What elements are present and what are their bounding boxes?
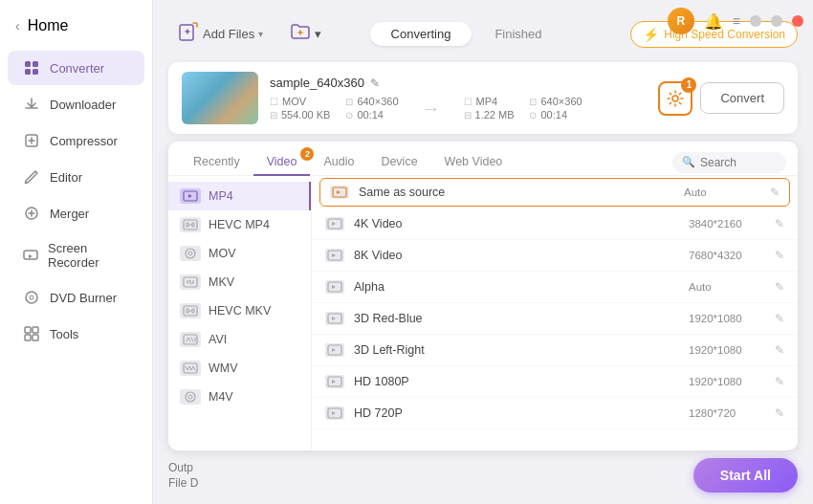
sidebar-item-screen-recorder[interactable]: Screen Recorder <box>8 232 144 278</box>
svg-point-17 <box>186 249 195 258</box>
size-icon: ⊟ <box>270 110 277 121</box>
quality-edit-8k[interactable]: ✎ <box>775 249 784 262</box>
svg-point-18 <box>188 252 192 255</box>
filename-row: sample_640x360 ✎ <box>270 76 647 90</box>
search-icon: 🔍 <box>682 156 695 168</box>
conversion-card: sample_640x360 ✎ ☐ MOV ⊟ 554.00 KB <box>168 62 798 134</box>
format-item-mp4[interactable]: MP4 <box>168 182 311 210</box>
tab-recently[interactable]: Recently <box>180 149 253 176</box>
svg-point-7 <box>26 292 37 303</box>
sidebar-item-label-dvd-burner: DVD Burner <box>50 291 117 305</box>
quality-item-3d-left-right[interactable]: 3D Left-Right 1920*1080 ✎ <box>312 335 798 366</box>
maximize-button[interactable] <box>771 15 782 27</box>
quality-item-hd-1080p[interactable]: HD 1080P 1920*1080 ✎ <box>312 366 798 398</box>
quality-icon-3d-left-right <box>325 343 344 357</box>
add-files-arrow: ▾ <box>258 29 263 39</box>
format-icon: ☐ <box>270 97 278 107</box>
add-folder-button[interactable]: ▾ <box>280 15 331 53</box>
menu-icon[interactable]: ≡ <box>733 13 740 29</box>
format-item-wmv[interactable]: WMV <box>168 354 311 383</box>
start-all-button[interactable]: Start All <box>693 458 798 493</box>
sidebar-item-editor[interactable]: Editor <box>8 160 144 194</box>
format-item-mov[interactable]: MOV <box>168 239 311 268</box>
editor-icon <box>23 168 40 186</box>
avatar[interactable]: R <box>668 8 694 34</box>
quality-icon-4k <box>325 217 344 230</box>
filename-edit-icon[interactable]: ✎ <box>370 77 380 90</box>
sidebar-item-merger[interactable]: Merger <box>8 196 144 230</box>
sidebar-item-compressor[interactable]: Compressor <box>8 123 144 158</box>
tab-finished[interactable]: Finished <box>473 22 562 46</box>
quality-edit-same[interactable]: ✎ <box>770 186 780 199</box>
sidebar-back-label: Home <box>28 17 69 34</box>
format-item-avi[interactable]: AVI <box>168 325 311 354</box>
quality-res-hd-1080p: 1920*1080 <box>689 376 765 387</box>
quality-item-hd-720p[interactable]: HD 720P 1280*720 ✎ <box>312 398 798 429</box>
format-icon-avi <box>180 332 201 347</box>
sidebar-item-tools[interactable]: Tools <box>8 317 144 351</box>
format-item-hevc-mp4[interactable]: HEVC MP4 <box>168 210 311 239</box>
notification-icon[interactable]: 🔔 <box>704 12 723 31</box>
bottom-bar: Outp File D Start All <box>168 450 798 493</box>
tab-converting[interactable]: Converting <box>370 22 472 46</box>
minimize-button[interactable] <box>750 15 761 27</box>
sidebar-item-label-merger: Merger <box>50 207 89 221</box>
sidebar-item-converter[interactable]: Converter <box>8 51 144 85</box>
sidebar-back[interactable]: ‹ Home <box>0 10 152 50</box>
search-input[interactable] <box>700 156 777 169</box>
merger-icon <box>23 205 40 222</box>
quality-edit-alpha[interactable]: ✎ <box>775 280 784 294</box>
svg-rect-2 <box>25 69 31 75</box>
add-files-icon <box>178 21 199 47</box>
tab-audio[interactable]: Audio <box>310 149 367 176</box>
format-item-m4v[interactable]: M4V <box>168 383 311 411</box>
format-label-mov: MOV <box>209 247 235 260</box>
quality-res-hd-720p: 1280*720 <box>689 407 765 419</box>
target-dur-icon: ⊙ <box>529 110 537 121</box>
window-controls: R 🔔 ≡ <box>668 8 803 34</box>
add-files-button[interactable]: Add Files ▾ <box>168 15 273 53</box>
quality-item-same-as-source[interactable]: Same as source Auto ✎ <box>319 178 790 207</box>
quality-item-4k[interactable]: 4K Video 3840*2160 ✎ <box>312 208 798 240</box>
tab-web-video[interactable]: Web Video <box>431 149 516 176</box>
sidebar-item-dvd-burner[interactable]: DVD Burner <box>8 280 144 315</box>
target-size: 1.22 MB <box>475 109 515 121</box>
format-label-avi: AVI <box>209 333 227 346</box>
tab-video[interactable]: Video 2 <box>253 149 311 176</box>
quality-item-alpha[interactable]: Alpha Auto ✎ <box>312 272 798 303</box>
target-dur-row: ⊙ 00:14 <box>529 109 582 121</box>
settings-button[interactable]: 1 <box>658 81 692 116</box>
sidebar-item-downloader[interactable]: Downloader <box>8 87 144 121</box>
sidebar-item-label-downloader: Downloader <box>50 98 116 112</box>
quality-icon-alpha <box>325 280 344 294</box>
source-resolution: 640×360 <box>357 96 398 107</box>
conversion-meta: ☐ MOV ⊟ 554.00 KB ⊡ 640×360 ⊙ 00 <box>270 96 647 121</box>
quality-res-3d-left-right: 1920*1080 <box>689 344 765 356</box>
format-item-hevc-mkv[interactable]: HEVC MKV <box>168 296 311 325</box>
tab-switcher: Converting Finished <box>368 20 565 48</box>
quality-edit-4k[interactable]: ✎ <box>775 217 784 230</box>
quality-edit-3d-red-blue[interactable]: ✎ <box>775 312 784 325</box>
format-item-mkv[interactable]: MKV <box>168 268 311 296</box>
close-button[interactable] <box>792 15 803 27</box>
quality-res-3d-red-blue: 1920*1080 <box>689 313 765 324</box>
sidebar-item-label-compressor: Compressor <box>50 134 118 148</box>
add-folder-arrow: ▾ <box>315 27 321 41</box>
quality-name-hd-1080p: HD 1080P <box>354 375 679 388</box>
format-icon-m4v <box>180 389 201 405</box>
format-icon-hevc-mp4 <box>180 217 201 232</box>
quality-edit-hd-1080p[interactable]: ✎ <box>775 375 784 388</box>
quality-item-8k[interactable]: 8K Video 7680*4320 ✎ <box>312 240 798 272</box>
tab-device[interactable]: Device <box>367 149 430 176</box>
add-folder-icon <box>290 21 311 47</box>
format-label-wmv: WMV <box>209 362 238 375</box>
source-size-row: ⊟ 554.00 KB <box>270 109 330 121</box>
add-files-label: Add Files <box>203 27 254 41</box>
convert-button-area: 1 Convert <box>658 81 784 116</box>
quality-res-alpha: Auto <box>689 281 765 293</box>
quality-edit-hd-720p[interactable]: ✎ <box>775 406 784 420</box>
quality-item-3d-red-blue[interactable]: 3D Red-Blue 1920*1080 ✎ <box>312 303 798 335</box>
convert-button[interactable]: Convert <box>700 82 784 114</box>
quality-edit-3d-left-right[interactable]: ✎ <box>775 343 784 357</box>
quality-icon-hd-720p <box>325 406 344 420</box>
